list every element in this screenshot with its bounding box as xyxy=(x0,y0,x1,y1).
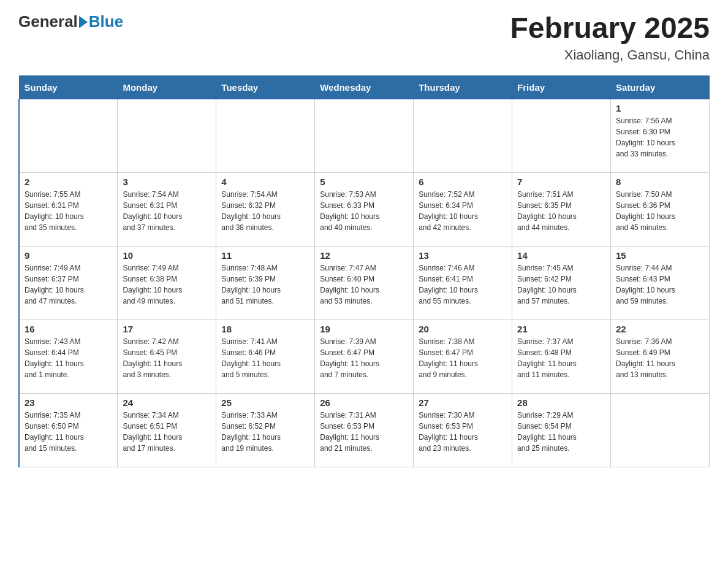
calendar-cell: 7Sunrise: 7:51 AMSunset: 6:35 PMDaylight… xyxy=(512,172,611,246)
month-title: February 2025 xyxy=(510,12,710,45)
day-info: Sunrise: 7:48 AMSunset: 6:39 PMDaylight:… xyxy=(221,262,309,307)
calendar-cell: 10Sunrise: 7:49 AMSunset: 6:38 PMDayligh… xyxy=(118,246,216,320)
day-number: 9 xyxy=(25,250,112,261)
calendar-cell xyxy=(19,99,118,172)
calendar-cell xyxy=(611,393,710,467)
weekday-header-row: SundayMondayTuesdayWednesdayThursdayFrid… xyxy=(19,75,710,99)
day-info: Sunrise: 7:37 AMSunset: 6:48 PMDaylight:… xyxy=(517,336,605,380)
day-number: 22 xyxy=(616,324,704,334)
day-info: Sunrise: 7:51 AMSunset: 6:35 PMDaylight:… xyxy=(517,189,605,233)
week-row-5: 23Sunrise: 7:35 AMSunset: 6:50 PMDayligh… xyxy=(19,393,710,467)
day-number: 18 xyxy=(221,324,309,334)
day-info: Sunrise: 7:35 AMSunset: 6:50 PMDaylight:… xyxy=(25,410,112,454)
day-number: 21 xyxy=(517,324,605,334)
day-info: Sunrise: 7:54 AMSunset: 6:31 PMDaylight:… xyxy=(123,189,211,233)
calendar-cell: 9Sunrise: 7:49 AMSunset: 6:37 PMDaylight… xyxy=(19,246,118,320)
day-number: 3 xyxy=(123,177,211,187)
week-row-4: 16Sunrise: 7:43 AMSunset: 6:44 PMDayligh… xyxy=(19,320,710,393)
calendar-cell xyxy=(118,99,216,172)
day-number: 17 xyxy=(123,324,211,334)
day-number: 13 xyxy=(419,250,507,261)
calendar-cell: 14Sunrise: 7:45 AMSunset: 6:42 PMDayligh… xyxy=(512,246,611,320)
calendar-cell: 5Sunrise: 7:53 AMSunset: 6:33 PMDaylight… xyxy=(315,172,414,246)
day-number: 7 xyxy=(517,177,605,187)
weekday-header-tuesday: Tuesday xyxy=(216,75,315,99)
day-info: Sunrise: 7:49 AMSunset: 6:38 PMDaylight:… xyxy=(123,262,211,307)
calendar-cell xyxy=(512,99,611,172)
day-info: Sunrise: 7:42 AMSunset: 6:45 PMDaylight:… xyxy=(123,336,211,380)
week-row-2: 2Sunrise: 7:55 AMSunset: 6:31 PMDaylight… xyxy=(19,172,710,246)
weekday-header-friday: Friday xyxy=(512,75,611,99)
calendar-cell: 11Sunrise: 7:48 AMSunset: 6:39 PMDayligh… xyxy=(216,246,315,320)
day-info: Sunrise: 7:34 AMSunset: 6:51 PMDaylight:… xyxy=(123,410,211,454)
weekday-header-sunday: Sunday xyxy=(19,75,118,99)
logo-general-text: General xyxy=(18,12,78,31)
logo-arrow-icon xyxy=(79,16,88,28)
day-info: Sunrise: 7:49 AMSunset: 6:37 PMDaylight:… xyxy=(25,262,112,307)
day-number: 10 xyxy=(123,250,211,261)
day-info: Sunrise: 7:33 AMSunset: 6:52 PMDaylight:… xyxy=(221,410,309,454)
calendar-cell: 19Sunrise: 7:39 AMSunset: 6:47 PMDayligh… xyxy=(315,320,414,393)
day-info: Sunrise: 7:44 AMSunset: 6:43 PMDaylight:… xyxy=(616,262,704,307)
day-number: 23 xyxy=(25,397,112,408)
calendar-cell: 16Sunrise: 7:43 AMSunset: 6:44 PMDayligh… xyxy=(19,320,118,393)
day-number: 25 xyxy=(221,397,309,408)
calendar-cell: 3Sunrise: 7:54 AMSunset: 6:31 PMDaylight… xyxy=(118,172,216,246)
day-info: Sunrise: 7:52 AMSunset: 6:34 PMDaylight:… xyxy=(419,189,507,233)
day-info: Sunrise: 7:30 AMSunset: 6:53 PMDaylight:… xyxy=(419,410,507,454)
calendar-cell: 28Sunrise: 7:29 AMSunset: 6:54 PMDayligh… xyxy=(512,393,611,467)
day-info: Sunrise: 7:54 AMSunset: 6:32 PMDaylight:… xyxy=(221,189,309,233)
calendar-cell: 24Sunrise: 7:34 AMSunset: 6:51 PMDayligh… xyxy=(118,393,216,467)
weekday-header-monday: Monday xyxy=(118,75,216,99)
day-number: 19 xyxy=(320,324,408,334)
day-number: 2 xyxy=(25,177,112,187)
calendar-cell xyxy=(414,99,512,172)
day-number: 12 xyxy=(320,250,408,261)
week-row-3: 9Sunrise: 7:49 AMSunset: 6:37 PMDaylight… xyxy=(19,246,710,320)
day-info: Sunrise: 7:31 AMSunset: 6:53 PMDaylight:… xyxy=(320,410,408,454)
day-number: 24 xyxy=(123,397,211,408)
calendar-cell: 12Sunrise: 7:47 AMSunset: 6:40 PMDayligh… xyxy=(315,246,414,320)
calendar-cell: 8Sunrise: 7:50 AMSunset: 6:36 PMDaylight… xyxy=(611,172,710,246)
location-text: Xiaoliang, Gansu, China xyxy=(510,47,710,63)
day-number: 5 xyxy=(320,177,408,187)
calendar-cell: 25Sunrise: 7:33 AMSunset: 6:52 PMDayligh… xyxy=(216,393,315,467)
day-info: Sunrise: 7:43 AMSunset: 6:44 PMDaylight:… xyxy=(25,336,112,380)
day-number: 1 xyxy=(616,103,704,113)
day-number: 26 xyxy=(320,397,408,408)
day-info: Sunrise: 7:36 AMSunset: 6:49 PMDaylight:… xyxy=(616,336,704,380)
day-number: 16 xyxy=(25,324,112,334)
calendar-cell: 17Sunrise: 7:42 AMSunset: 6:45 PMDayligh… xyxy=(118,320,216,393)
calendar-cell: 6Sunrise: 7:52 AMSunset: 6:34 PMDaylight… xyxy=(414,172,512,246)
calendar-cell: 27Sunrise: 7:30 AMSunset: 6:53 PMDayligh… xyxy=(414,393,512,467)
day-info: Sunrise: 7:39 AMSunset: 6:47 PMDaylight:… xyxy=(320,336,408,380)
day-number: 28 xyxy=(517,397,605,408)
day-number: 8 xyxy=(616,177,704,187)
logo-blue-text: Blue xyxy=(89,12,123,31)
day-number: 11 xyxy=(221,250,309,261)
day-info: Sunrise: 7:45 AMSunset: 6:42 PMDaylight:… xyxy=(517,262,605,307)
calendar-cell: 21Sunrise: 7:37 AMSunset: 6:48 PMDayligh… xyxy=(512,320,611,393)
title-section: February 2025 Xiaoliang, Gansu, China xyxy=(510,12,710,63)
day-info: Sunrise: 7:55 AMSunset: 6:31 PMDaylight:… xyxy=(25,189,112,233)
logo: General Blue xyxy=(18,12,123,31)
weekday-header-saturday: Saturday xyxy=(611,75,710,99)
day-number: 20 xyxy=(419,324,507,334)
calendar-cell: 2Sunrise: 7:55 AMSunset: 6:31 PMDaylight… xyxy=(19,172,118,246)
page-header: General Blue February 2025 Xiaoliang, Ga… xyxy=(18,12,710,63)
day-info: Sunrise: 7:53 AMSunset: 6:33 PMDaylight:… xyxy=(320,189,408,233)
day-info: Sunrise: 7:56 AMSunset: 6:30 PMDaylight:… xyxy=(616,115,704,159)
week-row-1: 1Sunrise: 7:56 AMSunset: 6:30 PMDaylight… xyxy=(19,99,710,172)
calendar-cell xyxy=(315,99,414,172)
calendar-cell: 15Sunrise: 7:44 AMSunset: 6:43 PMDayligh… xyxy=(611,246,710,320)
calendar-cell: 1Sunrise: 7:56 AMSunset: 6:30 PMDaylight… xyxy=(611,99,710,172)
weekday-header-thursday: Thursday xyxy=(414,75,512,99)
calendar-cell: 23Sunrise: 7:35 AMSunset: 6:50 PMDayligh… xyxy=(19,393,118,467)
day-info: Sunrise: 7:50 AMSunset: 6:36 PMDaylight:… xyxy=(616,189,704,233)
day-info: Sunrise: 7:38 AMSunset: 6:47 PMDaylight:… xyxy=(419,336,507,380)
calendar-table: SundayMondayTuesdayWednesdayThursdayFrid… xyxy=(18,75,710,467)
day-number: 15 xyxy=(616,250,704,261)
day-info: Sunrise: 7:29 AMSunset: 6:54 PMDaylight:… xyxy=(517,410,605,454)
day-info: Sunrise: 7:41 AMSunset: 6:46 PMDaylight:… xyxy=(221,336,309,380)
day-number: 14 xyxy=(517,250,605,261)
